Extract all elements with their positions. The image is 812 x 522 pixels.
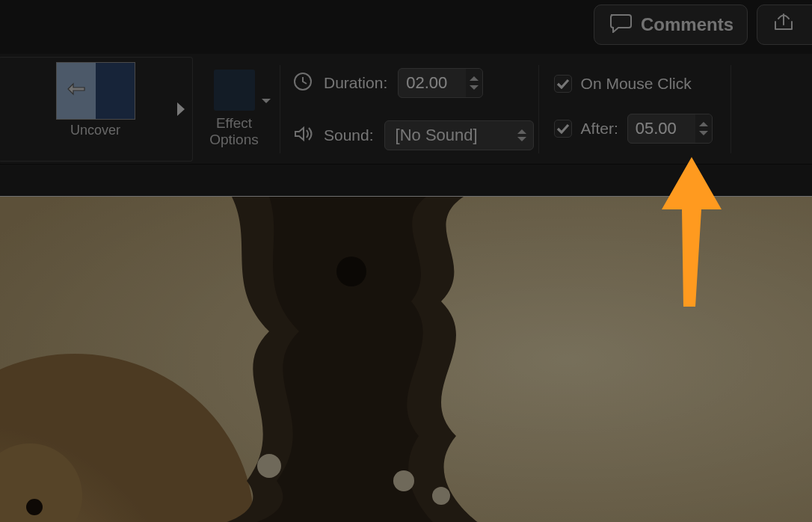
comments-label: Comments [641,14,733,35]
on-mouse-click-checkbox[interactable] [554,75,572,93]
duration-row: Duration: [292,68,534,98]
chevron-up-icon[interactable] [517,128,527,135]
sound-value: [No Sound] [396,126,478,145]
sound-select[interactable]: [No Sound] [384,120,534,150]
gallery-next-chevron-icon[interactable] [176,101,186,117]
chevron-down-icon[interactable] [517,135,527,143]
after-spinner[interactable] [627,114,713,144]
effect-options-swatch-icon [214,70,255,111]
ribbon-separator [731,65,731,153]
duration-stepper[interactable] [466,69,482,97]
effect-options-label-2: Options [209,132,258,148]
ribbon-separator [280,65,280,153]
duration-spinner[interactable] [398,68,483,98]
chevron-up-icon[interactable] [469,75,479,82]
svg-point-8 [432,487,450,505]
duration-input[interactable] [399,69,466,97]
transitions-ribbon: Uncover Effect Options Duration: [0,54,812,165]
chevron-up-icon[interactable] [698,120,709,128]
share-button[interactable] [757,4,812,45]
check-icon [556,123,570,134]
after-label: After: [581,120,618,138]
chevron-down-icon[interactable] [469,84,479,91]
effect-options-label-1: Effect [216,115,252,132]
after-checkbox[interactable] [554,120,572,138]
duration-label: Duration: [324,74,387,92]
arrow-left-icon [67,82,86,99]
slide-image [0,197,812,522]
ribbon-substrip [0,165,812,196]
transition-thumb-label: Uncover [70,123,120,138]
transition-thumb-uncover[interactable] [56,62,135,120]
effect-options-caret-icon [261,92,271,108]
chevron-down-icon[interactable] [698,129,709,137]
speech-bubble-icon [608,12,633,37]
share-icon [771,11,796,38]
svg-point-7 [393,470,414,491]
ribbon-separator [538,65,539,153]
clock-icon [292,71,313,95]
svg-point-6 [257,454,281,478]
sound-icon [292,123,313,147]
sound-row: Sound: [No Sound] [292,120,534,150]
check-icon [556,79,570,89]
svg-point-9 [336,257,366,286]
after-stepper[interactable] [695,114,712,143]
effect-options-button[interactable]: Effect Options [193,70,275,148]
on-mouse-click-label: On Mouse Click [581,75,692,93]
comments-button[interactable]: Comments [594,4,748,45]
svg-point-5 [26,499,43,515]
sound-label: Sound: [324,126,374,144]
after-input[interactable] [628,114,695,143]
transition-gallery[interactable]: Uncover [0,57,193,162]
slide-canvas[interactable] [0,196,812,522]
